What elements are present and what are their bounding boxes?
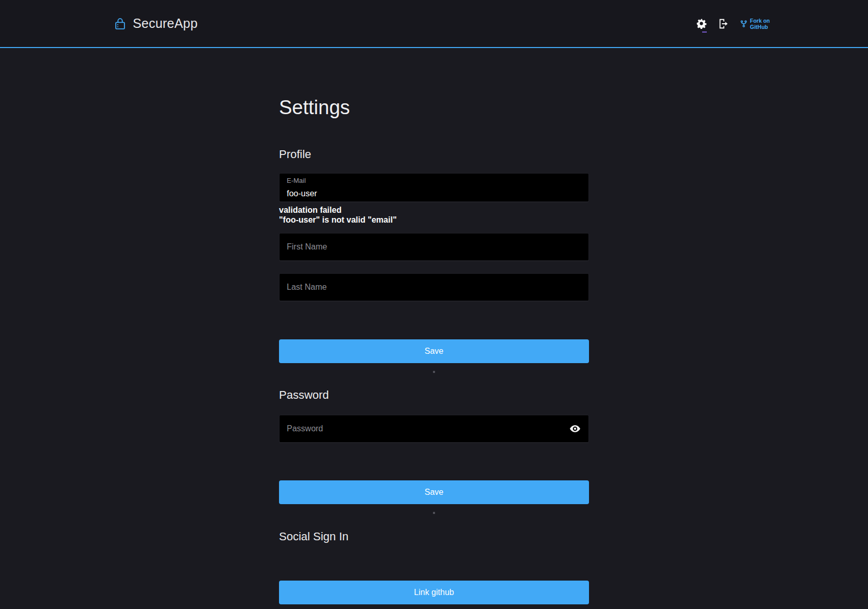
active-indicator — [702, 32, 707, 33]
header-actions: Fork on GitHub — [696, 18, 770, 30]
app-header: SecureApp — [0, 0, 868, 47]
brand: SecureApp — [115, 16, 198, 31]
first-name-input[interactable] — [280, 233, 588, 260]
eye-icon — [570, 425, 580, 432]
validation-message: validation failed "foo-user" is not vali… — [279, 205, 589, 225]
email-label: E-Mail — [280, 177, 588, 184]
header-divider — [0, 47, 868, 48]
divider-dot — [433, 512, 435, 514]
link-github-button[interactable]: Link github — [279, 581, 589, 604]
app-title: SecureApp — [133, 16, 198, 31]
fork-on-github-link[interactable]: Fork on GitHub — [740, 18, 770, 30]
password-field[interactable] — [279, 415, 589, 443]
lock-icon — [115, 17, 126, 30]
settings-page: Settings Profile E-Mail validation faile… — [279, 96, 589, 604]
password-heading: Password — [279, 388, 589, 402]
gear-icon — [696, 18, 707, 29]
email-field[interactable]: E-Mail — [279, 173, 589, 202]
password-input[interactable] — [280, 415, 566, 442]
password-visibility-toggle[interactable] — [566, 425, 588, 432]
logout-icon — [718, 18, 729, 29]
validation-line-2: "foo-user" is not valid "email" — [279, 215, 589, 225]
first-name-field[interactable] — [279, 233, 589, 261]
divider-dot — [433, 371, 435, 373]
password-save-button[interactable]: Save — [279, 480, 589, 504]
profile-heading: Profile — [279, 147, 589, 162]
last-name-input[interactable] — [280, 274, 588, 301]
last-name-field[interactable] — [279, 273, 589, 301]
fork-link-text: Fork on GitHub — [750, 18, 770, 30]
email-input[interactable] — [280, 184, 588, 201]
social-sign-in-heading: Social Sign In — [279, 529, 589, 544]
logout-button[interactable] — [718, 18, 729, 29]
profile-section: Profile E-Mail validation failed "foo-us… — [279, 147, 589, 373]
git-fork-icon — [740, 20, 748, 28]
settings-gear-button[interactable] — [696, 18, 707, 29]
validation-line-1: validation failed — [279, 205, 589, 215]
password-section: Password Save — [279, 388, 589, 514]
profile-save-button[interactable]: Save — [279, 339, 589, 363]
social-sign-in-section: Social Sign In Link github — [279, 529, 589, 604]
page-title: Settings — [279, 96, 589, 119]
